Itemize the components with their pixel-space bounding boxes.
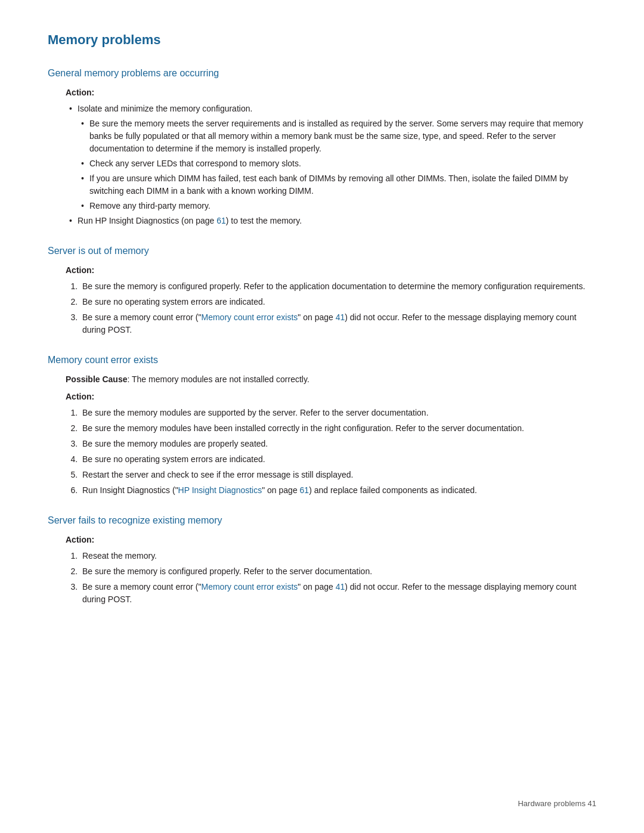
list-item: Be sure the memory modules are supported… xyxy=(80,407,596,419)
possible-cause: Possible Cause: The memory modules are n… xyxy=(66,373,596,386)
list-item: Be sure a memory count error ("Memory co… xyxy=(80,581,596,606)
list-item: Be sure a memory count error ("Memory co… xyxy=(80,311,596,336)
page-link-41-oom[interactable]: 41 xyxy=(336,312,345,322)
action-label-general: Action: xyxy=(66,86,596,99)
section-heading-general-memory: General memory problems are occurring xyxy=(48,66,596,80)
list-item: Remove any third-party memory. xyxy=(78,200,596,212)
list-item: Isolate and minimize the memory configur… xyxy=(66,103,596,212)
section-general-memory: General memory problems are occurring Ac… xyxy=(48,66,596,227)
general-memory-bullet-list: Isolate and minimize the memory configur… xyxy=(66,103,596,227)
list-item: If you are unsure which DIMM has failed,… xyxy=(78,172,596,197)
page-link-61-count[interactable]: 61 xyxy=(300,485,309,495)
list-item: Be sure no operating system errors are i… xyxy=(80,296,596,308)
list-item: Be sure the memory meets the server requ… xyxy=(78,117,596,155)
section-heading-server-out-of-memory: Server is out of memory xyxy=(48,244,596,258)
memory-count-error-link-1[interactable]: Memory count error exists xyxy=(201,312,298,322)
memory-count-numbered-list: Be sure the memory modules are supported… xyxy=(66,407,596,497)
list-item: Be sure no operating system errors are i… xyxy=(80,453,596,466)
list-item: Run HP Insight Diagnostics (on page 61) … xyxy=(66,215,596,227)
action-label-memory-count: Action: xyxy=(66,391,596,403)
section-heading-server-fails-recognize: Server fails to recognize existing memor… xyxy=(48,513,596,528)
section-heading-memory-count-error: Memory count error exists xyxy=(48,353,596,367)
section-memory-count-error: Memory count error exists Possible Cause… xyxy=(48,353,596,497)
server-fails-numbered-list: Reseat the memory. Be sure the memory is… xyxy=(66,550,596,606)
server-oom-numbered-list: Be sure the memory is configured properl… xyxy=(66,280,596,336)
page-footer: Hardware problems 41 xyxy=(518,798,596,810)
section-server-out-of-memory: Server is out of memory Action: Be sure … xyxy=(48,244,596,336)
list-item: Run Insight Diagnostics ("HP Insight Dia… xyxy=(80,484,596,497)
list-item: Restart the server and check to see if t… xyxy=(80,469,596,481)
list-item: Reseat the memory. xyxy=(80,550,596,562)
sub-bullet-list: Be sure the memory meets the server requ… xyxy=(78,117,596,212)
page-title: Memory problems xyxy=(48,30,596,49)
list-item: Be sure the memory is configured properl… xyxy=(80,280,596,293)
list-item: Be sure the memory is configured properl… xyxy=(80,565,596,578)
memory-count-error-link-2[interactable]: Memory count error exists xyxy=(201,582,298,592)
list-item: Be sure the memory modules are properly … xyxy=(80,438,596,450)
section-server-fails-recognize: Server fails to recognize existing memor… xyxy=(48,513,596,606)
page-link-61-general[interactable]: 61 xyxy=(216,216,226,225)
action-label-server-fails: Action: xyxy=(66,534,596,546)
list-item: Be sure the memory modules have been ins… xyxy=(80,422,596,435)
list-item: Check any server LEDs that correspond to… xyxy=(78,157,596,170)
hp-insight-link-1[interactable]: HP Insight Diagnostics xyxy=(178,485,262,495)
page-link-41-fails[interactable]: 41 xyxy=(336,582,345,592)
action-label-server-oom: Action: xyxy=(66,264,596,277)
